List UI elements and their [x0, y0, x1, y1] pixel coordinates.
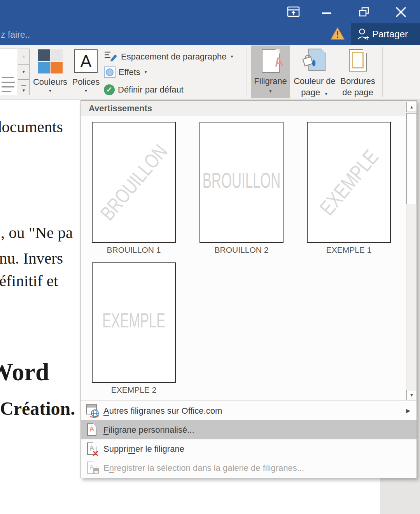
watermark-option-brouillon-2[interactable]: BROUILLON [200, 122, 284, 243]
preview-text-line [2, 86, 14, 87]
share-button[interactable]: Partager [351, 23, 420, 45]
gallery-more-button[interactable]: ▼ [18, 80, 30, 95]
watermark-option-label: BROUILLON 2 [200, 245, 284, 255]
watermark-preview-text: EXEMPLE [315, 145, 383, 220]
ribbon: ▲ ▼ ▼ Couleurs ▼ A Polices ▼ Espacement … [0, 45, 420, 100]
set-default-label: Définir par défaut [118, 85, 184, 95]
page-borders-icon [349, 49, 367, 72]
ribbon-display-options-icon[interactable] [287, 6, 300, 20]
fonts-button[interactable]: A Polices ▼ [70, 45, 102, 100]
watermark-label: Filigrane [251, 76, 290, 86]
menu-separator [81, 400, 416, 401]
fonts-caret-icon: ▼ [70, 89, 102, 93]
warning-icon[interactable] [330, 26, 345, 42]
colors-label: Couleurs [33, 77, 68, 87]
minimize-icon[interactable] [322, 12, 331, 14]
watermark-option-label: EXEMPLE 1 [307, 245, 391, 255]
document-text-line: nu. Invers [0, 249, 63, 267]
document-text-line: Création. [0, 398, 75, 419]
scroll-down-icon: ▼ [410, 393, 414, 397]
menu-item-remove-watermark[interactable]: A × Supprimer le filigrane [81, 439, 416, 458]
custom-watermark-icon: A [86, 422, 100, 438]
paragraph-spacing-caret-icon: ▼ [230, 55, 234, 59]
set-default-button[interactable]: ✓ Définir par défaut [104, 83, 184, 96]
dropdown-scrollbar[interactable]: ▲ ▼ [406, 101, 416, 400]
paragraph-spacing-label: Espacement de paragraphe [121, 52, 227, 62]
title-bar: z faire.. Partager [0, 0, 420, 45]
remove-watermark-icon: A × [86, 441, 100, 457]
gallery-scroll-up-button[interactable]: ▲ [18, 49, 30, 64]
ribbon-separator [382, 47, 383, 97]
watermark-option-exemple-1[interactable]: EXEMPLE [307, 122, 391, 243]
watermark-dropdown-menu: Avertissements BROUILLON BROUILLON 1 BRO… [80, 100, 417, 478]
page-color-label-line1: Couleur de [291, 76, 338, 86]
style-gallery-preview[interactable] [0, 49, 17, 95]
page-color-caret-icon: ▼ [324, 92, 328, 96]
menu-item-save-selection-to-gallery: A Enregistrer la sélection dans la galer… [81, 458, 416, 477]
scrollbar-down-button[interactable]: ▼ [406, 390, 417, 400]
watermark-option-label: BROUILLON 1 [92, 245, 176, 255]
restore-icon[interactable] [359, 7, 369, 19]
menu-item-more-watermarks[interactable]: Autres filigranes sur Office.com ▶ [81, 401, 416, 420]
ribbon-separator [247, 47, 247, 97]
watermark-caret-icon: ▼ [251, 89, 290, 93]
document-text-line: Word [0, 358, 49, 386]
office-com-watermarks-icon [86, 403, 100, 419]
document-text-line: , ou "Ne pa [1, 223, 73, 242]
effects-button[interactable]: Effets ▼ [104, 66, 148, 79]
page-borders-button[interactable]: Bordures de page [338, 45, 377, 98]
paragraph-spacing-icon [104, 50, 118, 63]
watermark-preview-text: BROUILLON [96, 140, 172, 225]
paragraph-spacing-button[interactable]: Espacement de paragraphe ▼ [104, 50, 234, 63]
fonts-label: Polices [70, 77, 102, 87]
share-person-icon [356, 27, 370, 43]
watermark-preview-text: BROUILLON [203, 167, 281, 192]
preview-text-line [2, 91, 11, 92]
more-caret-icon: ▼ [22, 89, 26, 93]
page-color-button[interactable]: Couleur de page ▼ [291, 45, 338, 98]
watermark-option-brouillon-1[interactable]: BROUILLON [92, 122, 176, 243]
save-watermark-gallery-icon: A [86, 460, 100, 476]
scroll-up-icon: ▲ [22, 54, 26, 58]
preview-text-line [2, 82, 15, 83]
document-text-line: documents [0, 117, 63, 136]
page-color-icon [304, 49, 326, 73]
close-icon[interactable] [395, 6, 407, 19]
scrollbar-thumb[interactable] [406, 113, 417, 204]
share-label: Partager [372, 23, 408, 45]
watermark-option-exemple-2[interactable]: EXEMPLE [92, 262, 176, 383]
watermark-preview-text: EXEMPLE [102, 309, 165, 332]
scroll-down-icon: ▼ [22, 70, 26, 74]
watermark-button[interactable]: A Filigrane ▼ [251, 45, 290, 98]
menu-item-custom-watermark[interactable]: A Filigrane personnalisé... [81, 420, 416, 439]
colors-button[interactable]: Couleurs ▼ [33, 45, 68, 100]
more-bar-icon [21, 85, 26, 86]
style-gallery-scroll: ▲ ▼ ▼ [18, 49, 30, 95]
colors-icon [38, 49, 63, 73]
effects-caret-icon: ▼ [144, 70, 148, 74]
page-borders-label-line1: Bordures [338, 76, 377, 86]
page-borders-label-line2: de page [338, 87, 377, 98]
gallery-section-header: Avertissements [81, 101, 406, 116]
colors-caret-icon: ▼ [33, 89, 68, 93]
document-text-line: éfinitif et [0, 271, 58, 290]
gallery-scroll-down-button[interactable]: ▼ [18, 64, 30, 80]
effects-icon [104, 66, 116, 78]
watermark-icon: A [262, 49, 280, 73]
tellme-search-input[interactable]: z faire.. [1, 30, 30, 40]
scroll-up-icon: ▲ [410, 105, 414, 109]
submenu-arrow-icon: ▶ [406, 401, 410, 420]
fonts-icon: A [74, 49, 98, 73]
set-default-check-icon: ✓ [104, 84, 115, 95]
page-color-label-line2: page ▼ [291, 87, 338, 98]
effects-label: Effets [119, 67, 140, 77]
preview-text-line [2, 77, 14, 78]
watermark-option-label: EXEMPLE 2 [92, 385, 176, 395]
scrollbar-up-button[interactable]: ▲ [406, 102, 417, 112]
